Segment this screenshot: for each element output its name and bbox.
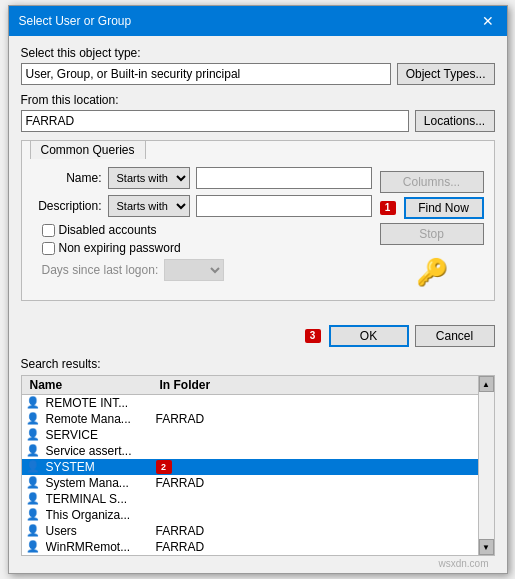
group-forms: Name: Starts with Description: Starts wi… xyxy=(32,167,372,292)
disabled-label: Disabled accounts xyxy=(59,223,157,237)
result-name: TERMINAL S... xyxy=(46,492,156,506)
dialog-title: Select User or Group xyxy=(19,14,132,28)
user-icon: 👤 xyxy=(26,444,42,458)
user-icon: 👤 xyxy=(26,524,42,538)
desc-starts-with-select[interactable]: Starts with xyxy=(108,195,190,217)
non-expiring-label: Non expiring password xyxy=(59,241,181,255)
results-list[interactable]: 👤REMOTE INT...👤Remote Mana...FARRAD👤SERV… xyxy=(22,395,478,555)
group-content: Name: Starts with Description: Starts wi… xyxy=(22,159,494,300)
user-icon: 👤 xyxy=(26,396,42,410)
object-type-row: Object Types... xyxy=(21,63,495,85)
col-name-header: Name xyxy=(26,378,156,392)
common-queries-tab[interactable]: Common Queries xyxy=(30,140,146,159)
result-name: Service assert... xyxy=(46,444,156,458)
object-type-label: Select this object type: xyxy=(21,46,495,60)
scroll-up[interactable]: ▲ xyxy=(479,376,494,392)
disabled-checkbox[interactable] xyxy=(42,224,55,237)
badge-3: 3 xyxy=(305,329,321,343)
days-row: Days since last logon: xyxy=(42,259,372,281)
result-folder: FARRAD xyxy=(156,540,474,554)
result-name: This Organiza... xyxy=(46,508,156,522)
key-icon: 🔑 xyxy=(416,257,448,287)
ok-cancel-row: 3 OK Cancel xyxy=(9,319,507,353)
description-row: Description: Starts with xyxy=(32,195,372,217)
table-row[interactable]: 👤REMOTE INT... xyxy=(22,395,478,411)
results-container: Name In Folder 👤REMOTE INT...👤Remote Man… xyxy=(21,375,495,556)
user-icon: 👤 xyxy=(26,492,42,506)
disabled-row: Disabled accounts xyxy=(42,223,372,237)
scroll-down[interactable]: ▼ xyxy=(479,539,494,555)
select-user-dialog: Select User or Group ✕ Select this objec… xyxy=(8,5,508,574)
close-button[interactable]: ✕ xyxy=(479,12,497,30)
result-name: WinRMRemot... xyxy=(46,540,156,554)
scrollbar[interactable]: ▲ ▼ xyxy=(478,376,494,555)
result-folder: FARRAD xyxy=(156,476,474,490)
table-row[interactable]: 👤SYSTEM2 xyxy=(22,459,478,475)
table-row[interactable]: 👤UsersFARRAD xyxy=(22,523,478,539)
location-input[interactable] xyxy=(21,110,409,132)
result-folder: FARRAD xyxy=(156,412,474,426)
user-icon: 👤 xyxy=(26,428,42,442)
right-buttons: Columns... 1 Find Now Stop 🔑 xyxy=(380,167,484,292)
table-row[interactable]: 👤SERVICE xyxy=(22,427,478,443)
stop-button[interactable]: Stop xyxy=(380,223,484,245)
location-label: From this location: xyxy=(21,93,495,107)
result-name: REMOTE INT... xyxy=(46,396,156,410)
non-expiring-row: Non expiring password xyxy=(42,241,372,255)
result-folder: FARRAD xyxy=(156,524,474,538)
columns-button[interactable]: Columns... xyxy=(380,171,484,193)
name-label: Name: xyxy=(32,171,102,185)
results-header: Name In Folder xyxy=(22,376,478,395)
user-icon: 👤 xyxy=(26,540,42,554)
result-name: SERVICE xyxy=(46,428,156,442)
dialog-body: Select this object type: Object Types...… xyxy=(9,36,507,319)
name-value-input[interactable] xyxy=(196,167,372,189)
col-folder-header: In Folder xyxy=(156,378,474,392)
object-types-button[interactable]: Object Types... xyxy=(397,63,495,85)
name-starts-with-select[interactable]: Starts with xyxy=(108,167,190,189)
user-icon: 👤 xyxy=(26,476,42,490)
location-row: Locations... xyxy=(21,110,495,132)
table-row[interactable]: 👤This Organiza... xyxy=(22,507,478,523)
user-icon: 👤 xyxy=(26,508,42,522)
days-label: Days since last logon: xyxy=(42,263,159,277)
table-row[interactable]: 👤WinRMRemot...FARRAD xyxy=(22,539,478,555)
locations-button[interactable]: Locations... xyxy=(415,110,495,132)
search-results-label: Search results: xyxy=(9,353,507,375)
table-row[interactable]: 👤System Mana...FARRAD xyxy=(22,475,478,491)
cancel-button[interactable]: Cancel xyxy=(415,325,495,347)
result-name: Remote Mana... xyxy=(46,412,156,426)
group-inner: Name: Starts with Description: Starts wi… xyxy=(32,167,484,292)
table-row[interactable]: 👤Service assert... xyxy=(22,443,478,459)
object-type-input[interactable] xyxy=(21,63,391,85)
user-icon: 👤 xyxy=(26,460,42,474)
result-name: Users xyxy=(46,524,156,538)
name-row: Name: Starts with xyxy=(32,167,372,189)
table-row[interactable]: 👤TERMINAL S... xyxy=(22,491,478,507)
result-name: SYSTEM xyxy=(46,460,156,474)
find-now-button[interactable]: Find Now xyxy=(404,197,484,219)
ok-button[interactable]: OK xyxy=(329,325,409,347)
description-value-input[interactable] xyxy=(196,195,372,217)
badge-1: 1 xyxy=(380,201,396,215)
watermark: wsxdn.com xyxy=(9,556,507,573)
badge-2: 2 xyxy=(156,460,172,474)
result-name: System Mana... xyxy=(46,476,156,490)
description-label: Description: xyxy=(32,199,102,213)
titlebar: Select User or Group ✕ xyxy=(9,6,507,36)
user-icon: 👤 xyxy=(26,412,42,426)
days-combo[interactable] xyxy=(164,259,224,281)
table-row[interactable]: 👤Remote Mana...FARRAD xyxy=(22,411,478,427)
common-queries-group: Common Queries Name: Starts with xyxy=(21,140,495,301)
non-expiring-checkbox[interactable] xyxy=(42,242,55,255)
